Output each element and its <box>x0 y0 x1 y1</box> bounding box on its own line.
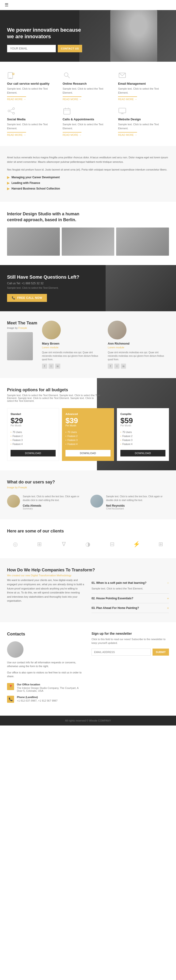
service-desc-1: Sample text. Click to select the Text El… <box>7 87 58 94</box>
linkedin-icon[interactable]: in <box>55 364 60 369</box>
services-grid: Our call service world quality Sample te… <box>7 71 169 137</box>
feature-3-2: Feature 2 <box>120 434 165 438</box>
text-block-list: ▶Managing your Career Development ▶Leadi… <box>7 175 169 191</box>
twitter-icon-2[interactable]: t <box>114 364 120 369</box>
studio-image-2 <box>62 228 115 256</box>
team-intro: Meet The Team Image by Freepik Mary Brow… <box>7 321 169 369</box>
clients-section: Here are some of our clients ◎ ⊞ ∇ ◑ ⊟ ⚡… <box>0 519 176 558</box>
service-desc-3: Sample text. Click to select the Text El… <box>118 87 169 94</box>
pricing-title: Pricing options for all budgets <box>7 388 169 393</box>
social-icon <box>7 107 16 115</box>
pricing-card-3: Complite $59 Per Month 75 Users Feature … <box>117 408 169 461</box>
team-left: Meet The Team Image by Freepik <box>7 321 37 360</box>
cta-title: Still Have Some Questions Left? <box>7 274 169 280</box>
hero-form: CONTACT US <box>7 45 82 52</box>
logo-shape-6: ⚡ <box>133 541 140 547</box>
contacts-title: Contacts <box>7 632 85 636</box>
member-socials-2: f t in <box>108 364 169 369</box>
clients-title: Here are some of our clients <box>7 529 169 534</box>
text-para-2: Nec feugiat nisl pretium fusce id. Justo… <box>7 167 169 172</box>
faq-item-1[interactable]: 01. When is a soft pain not that learnin… <box>91 578 169 594</box>
newsletter-submit-button[interactable]: SUBMIT <box>152 649 169 655</box>
client-logo-3: ∇ <box>56 539 72 549</box>
feature-1-1: 75 Users <box>11 430 56 434</box>
faq-desc: We want to understand your clients are, … <box>7 578 85 603</box>
client-logo-6: ⚡ <box>128 539 145 549</box>
contact-phone: 📞 Phone (Landline) +1 912-537-9987, +1 9… <box>7 696 85 703</box>
facebook-icon-2[interactable]: f <box>108 364 113 369</box>
svg-rect-17 <box>119 108 126 113</box>
studio-images <box>7 228 169 256</box>
faq-answer-1: Sample text. Click to select the Text El… <box>91 587 169 591</box>
team-section: Meet The Team Image by Freepik Mary Brow… <box>0 311 176 378</box>
service-link-5[interactable]: READ MORE → <box>62 132 82 136</box>
member-name-1: Mary Brown <box>42 342 103 345</box>
testimonials-title: What do our users say? <box>7 480 169 485</box>
svg-line-12 <box>10 111 13 113</box>
newsletter-title: Sign up for the newsletter <box>91 632 169 635</box>
contacts-desc-2: Our office is also open to visitors so f… <box>7 671 85 678</box>
faq-question-1: 01. When is a soft pain not that learnin… <box>91 581 146 584</box>
svg-point-2 <box>12 73 15 75</box>
phone-icon-btn: 📞 <box>12 296 16 299</box>
svg-line-11 <box>10 109 13 110</box>
svg-rect-13 <box>64 108 70 114</box>
hero-content: We power innovation because we are innov… <box>7 27 82 52</box>
plan-features-3: 75 Users Feature 2 Feature 3 Feature 4 <box>120 430 165 446</box>
client-logo-5: ⊟ <box>104 539 120 549</box>
team-member-1: Mary Brown Lorem module Quae sint reicie… <box>42 321 103 369</box>
feature-3-4: Feature 4 <box>120 442 165 446</box>
twitter-icon[interactable]: t <box>49 364 54 369</box>
faq-toggle-3: + <box>167 606 169 610</box>
list-item-1: ▶Managing your Career Development <box>7 175 169 179</box>
testimonial-2: Sample text. Click to select the text bo… <box>90 495 169 510</box>
free-call-button[interactable]: 📞 FREE CALL NOW <box>7 294 47 302</box>
service-title-4: Social Media <box>7 118 58 121</box>
team-sublabel-link[interactable]: Freepik <box>18 326 27 329</box>
service-desc-6: Sample text. Click to select the Text El… <box>118 123 169 130</box>
member-desc-1: Quae sint reiciendis molestias eos qui. … <box>42 351 103 361</box>
logo-shape-5: ⊟ <box>110 541 115 547</box>
faq-item-header-1: 01. When is a soft pain not that learnin… <box>91 581 169 585</box>
client-logo-2: ⊞ <box>31 539 48 549</box>
service-link-4[interactable]: READ MORE → <box>7 132 26 136</box>
linkedin-icon-2[interactable]: in <box>121 364 126 369</box>
member-desc-2: Quae sint reiciendis molestias eos qui. … <box>108 351 169 361</box>
member-name-2: Ann Richmond <box>108 342 169 345</box>
testimonial-photo-1 <box>7 495 20 508</box>
feature-2-4: Feature 4 <box>66 442 110 446</box>
pricing-section: Pricing options for all budgets Sample t… <box>0 378 176 470</box>
plan-period-1: Per Month <box>11 424 56 427</box>
plan-name-1: Standart <box>11 413 56 415</box>
testimonial-role-1: Summary <box>23 508 86 510</box>
service-link-1[interactable]: READ MORE → <box>7 96 26 101</box>
faq-item-2[interactable]: 02. House Pointing Essentials? + <box>91 594 169 603</box>
service-item-4: Social Media Sample text. Click to selec… <box>7 107 58 137</box>
contact-us-button[interactable]: CONTACT US <box>58 45 82 52</box>
cta-subtitle: Call us Tel: +1 888 525 32 32 <box>7 282 169 285</box>
testimonial-photo-2 <box>90 495 103 508</box>
faq-item-header-2: 02. House Pointing Essentials? + <box>91 597 169 600</box>
faq-layout: We want to understand your clients are, … <box>7 578 169 613</box>
feature-2-2: Feature 2 <box>66 434 110 438</box>
newsletter-email-input[interactable] <box>91 649 150 655</box>
plan-price-3: $59 <box>120 417 165 424</box>
newsletter-desc: Click to this field to read our news! Su… <box>91 637 169 645</box>
team-sublabel: Image by Freepik <box>7 326 37 329</box>
service-link-3[interactable]: READ MORE → <box>118 96 137 101</box>
service-link-2[interactable]: READ MORE → <box>62 96 82 101</box>
pricing-card-1: Standart $29 Per Month 75 Users Feature … <box>7 408 59 461</box>
faq-item-3[interactable]: 03. Plan Ahead For Home Painting? + <box>91 603 169 613</box>
hamburger-icon[interactable]: ☰ <box>5 2 8 8</box>
testimonials-grid: Sample text. Click to select the text bo… <box>7 495 169 510</box>
feature-1-2: Feature 2 <box>11 434 56 438</box>
plan-btn-2[interactable]: DOWNLOAD <box>66 450 110 457</box>
svg-line-6 <box>67 76 69 78</box>
pricing-cards: Standart $29 Per Month 75 Users Feature … <box>7 408 169 461</box>
service-link-6[interactable]: READ MORE → <box>118 132 137 136</box>
facebook-icon[interactable]: f <box>42 364 47 369</box>
plan-btn-1[interactable]: DOWNLOAD <box>11 450 56 457</box>
plan-btn-3[interactable]: DOWNLOAD <box>120 450 165 457</box>
faq-items: 01. When is a soft pain not that learnin… <box>91 578 169 613</box>
email-input[interactable] <box>7 45 56 52</box>
